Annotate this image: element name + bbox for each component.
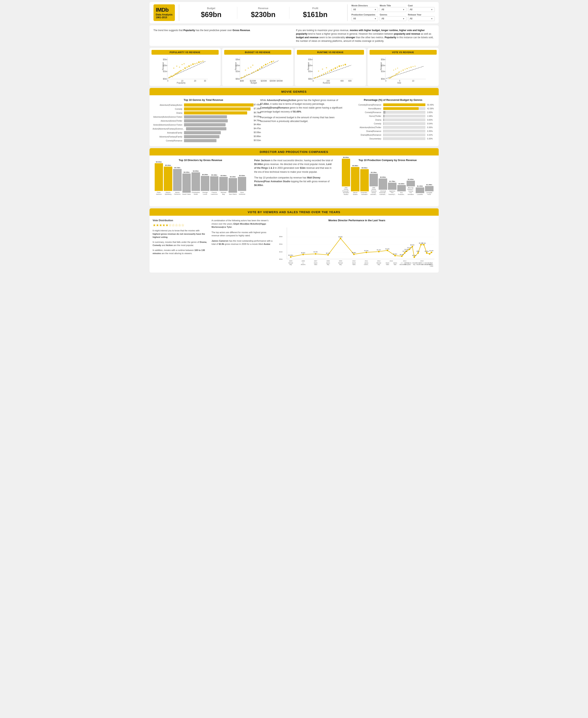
- genre-bar-row: Animation|Family $3.93bn: [153, 131, 254, 134]
- filter-release-year-select[interactable]: All ▼: [408, 16, 435, 21]
- genre-right-title: Percentage (%) of Recovered Budget by Ge…: [351, 99, 436, 101]
- svg-text:400: 400: [340, 80, 343, 82]
- filters-section: Movie Directors All ▼ Movie Title All ▼ …: [352, 4, 435, 21]
- runtime-vs-revenue-chart: RUNTIME VS REVENUE $0bn $1bn $2bn $3bn 0…: [295, 48, 366, 86]
- director-bar-col: $3.02bn Gore Verbinski: [238, 175, 246, 195]
- svg-point-61: [248, 74, 249, 75]
- svg-text:$0bn: $0bn: [163, 78, 167, 80]
- company-bar-col: $3.19bn Walt Disney Pictures| Disney Ani…: [370, 171, 378, 195]
- scatter-runtime: $0bn $1bn $2bn $3bn 0 200 400 600 Runtim…: [297, 56, 364, 84]
- svg-point-129: [394, 75, 395, 76]
- svg-point-100: [331, 69, 332, 71]
- svg-point-141: [413, 66, 414, 67]
- svg-point-140: [411, 67, 412, 68]
- director-right-chart: Top 10 Production Company by Gross Reven…: [340, 159, 436, 203]
- filter-cast-select[interactable]: All ▼: [408, 7, 435, 12]
- svg-point-70: [267, 63, 268, 64]
- company-bar-col: $2.80bn Universal Pictures|E... Entertai…: [379, 176, 387, 195]
- pct-genre-bar-row: Comedy 0.54%: [351, 122, 436, 125]
- svg-point-102: [335, 67, 336, 69]
- svg-point-180: [412, 246, 413, 247]
- svg-point-166: [290, 256, 292, 258]
- company-bar-col: $1.42bn Lucasfilm: [416, 185, 424, 195]
- svg-text:$2.8bn: $2.8bn: [338, 236, 343, 237]
- scatter-svg-2: $0bn $1bn $2bn $3bn 0 200 400 600 Runtim…: [297, 56, 364, 84]
- svg-point-101: [333, 68, 334, 70]
- svg-point-108: [318, 70, 319, 72]
- scatter-popularity: $0bn $1bn $2bn $3bn 0 10 20 30 Popularit…: [151, 56, 219, 84]
- vote-right-title: Movies Director Performance in the Last …: [278, 219, 435, 222]
- svg-text:$3bn: $3bn: [381, 59, 385, 61]
- svg-text:Bay: Bay: [413, 264, 416, 266]
- pct-genre-bar-row: Horror|Mystery 42.58%: [351, 107, 436, 110]
- svg-point-73: [273, 61, 274, 62]
- text-summary-left: The trend line suggests that Popularity …: [153, 28, 292, 43]
- genre-bar-label: Action|Adventure|Science Fiction: [153, 124, 183, 126]
- filter-movie-directors-select[interactable]: All ▼: [352, 7, 378, 12]
- filter-production-companies-select[interactable]: All ▼: [352, 16, 378, 21]
- pct-genre-bar-row: Comedy|Drama|Romance 50.49%: [351, 103, 436, 106]
- svg-text:$1.5bn: $1.5bn: [425, 251, 429, 252]
- movie-genres-title: MOVIE GENRES: [149, 88, 439, 95]
- popularity-vs-revenue-chart: POPULARITY VS REVENUE $0bn $1bn $2bn $3b…: [149, 48, 220, 86]
- pct-genre-bar-row: Drama|Music|Romance 0.32%: [351, 133, 436, 136]
- svg-point-105: [341, 65, 342, 66]
- svg-text:James: James: [364, 262, 369, 263]
- genre-bar-label: Action|Adventure|Fantasy|Science...: [153, 128, 185, 130]
- svg-text:600: 600: [348, 80, 352, 82]
- filter-movie-directors-label: Movie Directors: [352, 4, 378, 7]
- svg-point-24: [180, 70, 181, 72]
- svg-point-138: [406, 68, 407, 69]
- svg-point-172: [365, 252, 367, 253]
- svg-text:$200M: $200M: [260, 80, 267, 82]
- vote-text2: In summary, movies that falls under the …: [153, 240, 208, 247]
- genre-bar-label: Adventure|Fantasy|Action: [153, 104, 183, 106]
- svg-text:$1.9bn: $1.9bn: [405, 249, 409, 250]
- header: IMDb Data Analysis 1961-2015 Budget $69b…: [149, 2, 439, 23]
- filter-movie-title-select[interactable]: All ▼: [380, 7, 406, 12]
- svg-point-37: [173, 67, 174, 69]
- svg-point-25: [181, 70, 182, 71]
- director-section-title: DIRECTOR AND PRODUCTION COMPANIES: [149, 148, 439, 155]
- svg-line-122: [386, 66, 424, 79]
- svg-point-173: [378, 251, 380, 252]
- svg-text:$300M: $300M: [270, 80, 276, 82]
- genre-bar-row: Adventure|Action|Thriller $4.70bn: [153, 119, 254, 122]
- svg-point-40: [182, 64, 183, 65]
- svg-point-21: [176, 72, 177, 74]
- svg-point-98: [327, 71, 328, 73]
- svg-text:Revenue: Revenue: [307, 62, 309, 70]
- svg-text:2006: 2006: [302, 260, 305, 262]
- revenue-value: $230bn: [241, 10, 285, 19]
- vote-right-chart: Movies Director Performance in the Last …: [278, 219, 435, 269]
- star-rating: ★★★★★☆☆☆☆☆: [153, 223, 208, 227]
- svg-point-15: [170, 76, 172, 77]
- svg-point-126: [391, 77, 392, 78]
- filter-cast-label: Cast: [408, 4, 435, 7]
- director-bar-col: $3.04bn Michael Bay: [219, 175, 228, 195]
- svg-point-99: [329, 70, 330, 72]
- svg-text:J.J.: J.J.: [401, 262, 403, 263]
- svg-point-110: [326, 67, 327, 68]
- svg-text:James: James: [407, 262, 412, 263]
- svg-point-58: [243, 77, 245, 78]
- svg-text:James: James: [393, 262, 397, 263]
- svg-point-63: [253, 71, 254, 73]
- svg-point-184: [423, 244, 425, 246]
- imdb-subtitle2: 1961-2015: [156, 16, 173, 19]
- svg-point-96: [323, 73, 324, 75]
- profit-stat: Profit $161bn: [289, 7, 341, 19]
- svg-text:Colin: Colin: [419, 262, 423, 263]
- svg-point-29: [188, 65, 190, 67]
- genre-bar-label: Drama: [153, 112, 183, 114]
- chart-title-3: VOTE VS REVENUE: [370, 50, 437, 55]
- scatter-svg-3: $0bn $1bn $2bn $3bn 0 5 10 Vote Revenue: [370, 56, 437, 84]
- svg-text:$3bn: $3bn: [279, 236, 282, 237]
- genre-bar-row: Adventure|Fantasy|Family $3.80bn: [153, 135, 254, 138]
- filter-genres-select[interactable]: All ▼: [380, 16, 406, 21]
- svg-point-136: [402, 69, 404, 71]
- svg-text:$1bn: $1bn: [279, 251, 282, 253]
- svg-text:0: 0: [313, 80, 314, 82]
- svg-text:Michael: Michael: [377, 262, 381, 263]
- svg-point-123: [389, 78, 390, 79]
